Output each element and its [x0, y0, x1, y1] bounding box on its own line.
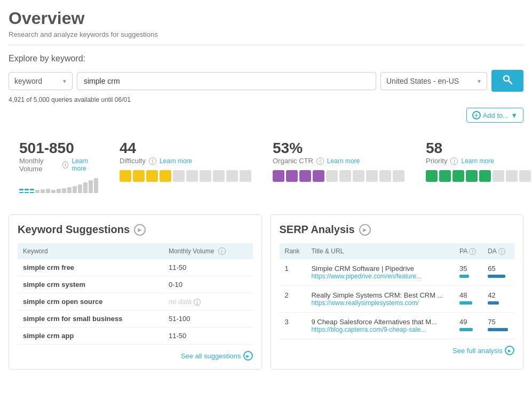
- serp-cell-da: 75: [482, 313, 514, 339]
- diff-bar-2: [133, 170, 145, 182]
- vol-bar-3: [30, 189, 34, 193]
- serp-pa-bar: [459, 328, 477, 331]
- kw-cell-volume: 11-50: [163, 259, 253, 276]
- kw-col-volume-info[interactable]: i: [218, 247, 226, 255]
- see-full-arrow-icon: ►: [505, 346, 514, 355]
- vol-bar-9: [62, 188, 66, 193]
- metric-learn-difficulty[interactable]: Learn more: [160, 157, 192, 165]
- ctr-bars: [273, 170, 404, 182]
- keyword-suggestions-title: Keyword Suggestions ►: [18, 223, 253, 236]
- serp-pa-value: 35: [459, 265, 477, 273]
- metric-learn-monthly-volume[interactable]: Learn more: [72, 157, 98, 172]
- divider: [9, 45, 523, 45]
- search-button[interactable]: [491, 70, 523, 92]
- kw-table-header: Keyword Monthly Volume i: [18, 243, 253, 259]
- metric-value-difficulty: 44: [120, 140, 251, 157]
- metric-value-priority: 58: [426, 140, 532, 157]
- metric-organic-ctr: 53% Organic CTR i Learn more: [262, 131, 415, 202]
- serp-cell-rank: 3: [280, 313, 306, 339]
- page-subtitle: Research and analyze keywords for sugges…: [9, 30, 523, 38]
- serp-pa-bar: [459, 275, 477, 278]
- serp-col-rank: Rank: [280, 243, 306, 259]
- ctr-bar-4: [313, 170, 324, 182]
- serp-cell-rank: 1: [280, 259, 306, 286]
- metric-info-priority[interactable]: i: [450, 157, 458, 165]
- queries-info: 4,921 of 5,000 queries available until 0…: [9, 96, 523, 103]
- vol-bar-14: [89, 180, 93, 193]
- serp-da-bar: [488, 301, 509, 305]
- serp-analysis-title: SERP Analysis ►: [280, 223, 515, 236]
- metric-info-monthly-volume[interactable]: i: [62, 161, 69, 169]
- vol-bar-7: [51, 190, 55, 193]
- kw-cell-keyword: simple crm app: [18, 327, 163, 345]
- kw-cell-keyword: simple crm for small business: [18, 310, 163, 327]
- kw-cell-volume: 0-10: [163, 276, 253, 293]
- metric-label-monthly-volume: Monthly Volume: [19, 157, 59, 173]
- serp-da-value: 75: [488, 318, 509, 326]
- metrics-row: 501-850 Monthly Volume i Learn more 44: [9, 131, 523, 202]
- serp-title-text: 9 Cheap Salesforce Alternatives that M..…: [311, 318, 449, 326]
- serp-da-value: 42: [488, 291, 509, 299]
- vol-bar-15: [94, 178, 98, 193]
- serp-da-value: 65: [488, 265, 509, 273]
- see-all-arrow-icon: ►: [243, 351, 253, 361]
- country-select[interactable]: United States - en-US United Kingdom - e…: [380, 72, 487, 90]
- serp-pa-value: 49: [459, 318, 477, 326]
- vol-bar-1: [19, 189, 23, 193]
- ctr-bar-1: [273, 170, 284, 182]
- difficulty-bars: [120, 170, 251, 182]
- metric-learn-priority[interactable]: Learn more: [461, 157, 494, 165]
- serp-da-bar: [488, 275, 509, 278]
- serp-analysis-arrow-icon[interactable]: ►: [359, 224, 371, 236]
- serp-pa-bar: [459, 301, 477, 305]
- serp-analysis-table: Rank Title & URL PA i DA i: [280, 243, 515, 339]
- metric-label-row-priority: Priority i Learn more: [426, 157, 532, 165]
- serp-col-title: Title & URL: [306, 243, 454, 259]
- serp-col-da: DA i: [482, 243, 514, 259]
- pri-bar-1: [426, 170, 438, 182]
- see-all-suggestions-link[interactable]: See all suggestions ►: [181, 351, 253, 361]
- no-data-info-icon[interactable]: i: [194, 299, 201, 306]
- serp-da-bar: [488, 328, 509, 331]
- ctr-bar-10: [393, 170, 404, 182]
- kw-table-row: simple crm app11-50: [18, 327, 253, 345]
- metric-difficulty: 44 Difficulty i Learn more: [109, 131, 262, 202]
- metric-label-row-difficulty: Difficulty i Learn more: [120, 157, 251, 165]
- serp-cell-title: Simple CRM Software | Pipedrivehttps://w…: [306, 259, 454, 286]
- see-full-analysis-link[interactable]: See full analysis ►: [452, 346, 514, 355]
- serp-url[interactable]: https://www.pipedrive.com/en/feature...: [311, 273, 449, 280]
- pri-bar-5: [479, 170, 491, 182]
- vol-bar-10: [67, 187, 72, 193]
- serp-analysis-panel: SERP Analysis ► Rank Title & URL PA i: [271, 214, 524, 370]
- ctr-bar-2: [286, 170, 298, 182]
- metric-label-organic-ctr: Organic CTR: [273, 157, 313, 165]
- metric-info-difficulty[interactable]: i: [149, 157, 156, 165]
- vol-bar-5: [41, 189, 45, 193]
- serp-url[interactable]: https://blog.capterra.com/9-cheap-sale..…: [311, 326, 449, 333]
- search-icon: [502, 74, 513, 85]
- search-input[interactable]: [77, 72, 376, 90]
- metric-label-difficulty: Difficulty: [120, 157, 146, 165]
- serp-da-info[interactable]: i: [498, 248, 505, 255]
- kw-table-row: simple crm for small business51-100: [18, 310, 253, 327]
- keyword-type-select[interactable]: keyword domain url: [9, 72, 73, 90]
- serp-col-pa: PA i: [454, 243, 482, 259]
- kw-cell-volume: 51-100: [163, 310, 253, 327]
- keyword-suggestions-arrow-icon[interactable]: ►: [134, 224, 146, 236]
- svg-line-1: [509, 81, 512, 84]
- add-to-button[interactable]: + Add to... ▼: [466, 108, 523, 123]
- metric-learn-organic-ctr[interactable]: Learn more: [327, 157, 360, 165]
- kw-col-keyword: Keyword: [18, 243, 163, 259]
- ctr-bar-9: [379, 170, 391, 182]
- serp-cell-title: 9 Cheap Salesforce Alternatives that M..…: [306, 313, 454, 339]
- keyword-suggestions-table: Keyword Monthly Volume i simple crm free…: [18, 243, 253, 345]
- kw-table-body: simple crm free11-50simple crm system0-1…: [18, 259, 253, 345]
- page-title: Overview: [9, 9, 523, 28]
- kw-table-row: simple crm system0-10: [18, 276, 253, 293]
- metric-info-organic-ctr[interactable]: i: [316, 157, 324, 165]
- serp-pa-info[interactable]: i: [469, 248, 476, 255]
- serp-url[interactable]: https://www.reallysimplesystems.com/: [311, 299, 449, 307]
- vol-bar-12: [78, 185, 82, 193]
- vol-bar-13: [83, 182, 88, 193]
- serp-cell-pa: 35: [454, 259, 482, 286]
